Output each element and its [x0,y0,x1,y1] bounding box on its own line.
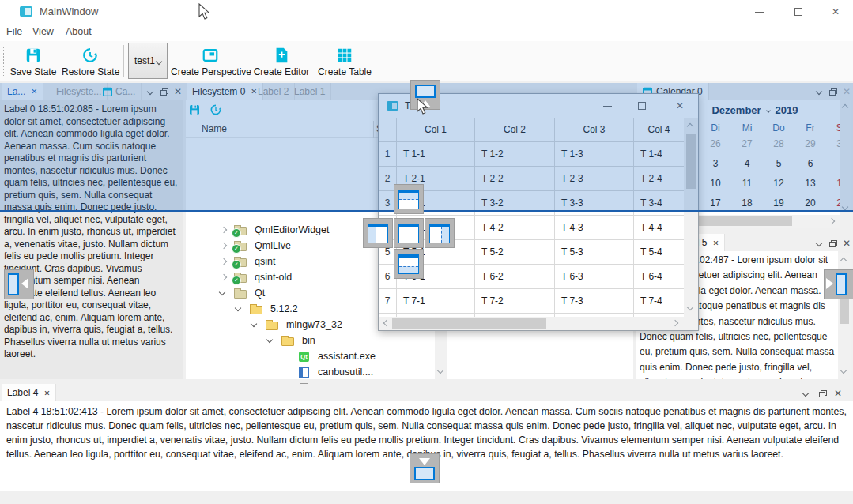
calendar-day[interactable]: 5 [763,158,794,169]
tree-row[interactable]: canbusutil.... [186,364,621,380]
column-header[interactable]: Col 4 [633,118,684,141]
dock-float-button[interactable] [158,85,171,98]
calendar-day[interactable]: 14 [826,178,840,189]
table-cell[interactable]: T 1-1 [396,142,474,166]
calendar-day[interactable]: 21 [826,197,840,209]
expand-chevron-icon[interactable] [221,258,227,265]
calendar-day[interactable]: 7 [826,158,840,169]
tab-label-1[interactable]: Label 1 [289,83,331,100]
scroll-right-icon[interactable] [828,218,835,224]
table-cell[interactable]: T 6-4 [633,265,684,288]
table-maximize-button[interactable] [632,94,652,118]
calendar-day[interactable]: 19 [763,197,794,209]
dock-menu-button[interactable] [813,85,825,98]
column-header[interactable]: Col 1 [396,118,474,141]
window-maximize-button[interactable] [785,0,812,24]
tree-row[interactable]: assistant.exe [186,348,621,364]
tree-row[interactable]: bin [186,333,621,348]
table-cell[interactable]: T 1-2 [474,142,554,166]
create-table-button[interactable]: Create Table [313,41,376,81]
column-header[interactable]: Col 2 [474,118,554,141]
calendar-day[interactable]: 10 [700,178,731,189]
tab-label-4[interactable]: Label 4 ✕ [2,384,56,401]
dock-float-button[interactable] [827,237,840,250]
table-cell[interactable]: T 2-3 [554,167,633,190]
dock-float-button[interactable] [817,387,829,400]
table-cell[interactable]: T 5-4 [633,240,684,264]
drop-indicator-split-right[interactable] [425,218,455,248]
tab-close-icon[interactable]: ✕ [31,87,37,96]
calendar-day[interactable]: 28 [763,138,794,149]
collapse-chevron-icon[interactable] [266,337,273,343]
table-cell[interactable]: T 5-3 [554,240,633,264]
expand-chevron-icon[interactable] [221,243,227,249]
table-cell[interactable]: T 3-4 [633,191,684,215]
scroll-down-icon[interactable] [687,304,693,310]
fs-save-icon[interactable] [188,103,201,116]
column-header[interactable]: Col 3 [554,118,633,141]
table-cell[interactable]: T 4-3 [554,216,633,239]
table-cell[interactable]: T 7-4 [633,289,684,313]
toolbar-drag-handle[interactable] [2,46,5,76]
row-header[interactable]: 1 [379,142,396,166]
calendar-month[interactable]: Dezember [711,104,761,116]
calendar-day[interactable]: 3 [700,158,731,169]
table-cell[interactable]: T 1-4 [633,142,684,166]
table-cell[interactable]: T 4-4 [633,216,684,239]
table-floating-window[interactable]: Table 0 ✕ Col 1 Col 2 Col 3 Col 4 1T 1-1… [378,93,699,331]
calendar-day[interactable]: 17 [700,197,731,209]
tab-label-0[interactable]: La... ✕ [2,83,43,100]
calendar-day[interactable]: 12 [763,178,794,189]
calendar-day[interactable]: 26 [700,138,731,149]
scroll-up-icon[interactable] [842,104,848,111]
calendar-vscrollbar[interactable] [840,100,851,215]
table-minimize-button[interactable] [597,94,617,118]
drop-indicator-edge-right[interactable] [824,269,853,299]
create-editor-button[interactable]: Create Editor [251,41,311,81]
calendar-day[interactable]: 13 [794,178,826,189]
table-cell[interactable]: T 6-3 [554,265,633,288]
fs-restore-icon[interactable] [209,103,222,116]
scrollbar-thumb[interactable] [686,134,696,189]
table-cell[interactable]: T 2-4 [633,167,684,190]
tab-close-icon[interactable]: ✕ [712,239,719,247]
calendar-year[interactable]: 2019 [776,104,798,116]
collapse-chevron-icon[interactable] [251,321,257,327]
calendar-day[interactable]: 27 [731,138,763,149]
table-cell[interactable]: T 7-2 [474,289,554,313]
table-cell[interactable]: T 7-3 [554,289,633,313]
column-header-name[interactable]: Name [202,123,227,134]
dock-menu-button[interactable] [144,85,157,98]
scroll-down-icon[interactable] [437,367,443,374]
calendar-day[interactable]: 18 [731,197,763,209]
drop-indicator-split-top[interactable] [394,184,424,214]
dock-menu-button[interactable] [813,237,825,250]
tab-close-icon[interactable]: ✕ [43,389,50,397]
calendar-day[interactable]: 11 [731,178,763,189]
scroll-left-icon[interactable] [383,320,390,326]
table-vscrollbar[interactable] [684,118,698,317]
scroll-up-icon[interactable] [687,123,693,130]
create-perspective-button[interactable]: Create Perspective [171,41,250,81]
table-cell[interactable]: T 2-2 [474,167,554,190]
table-cell[interactable]: T 7-1 [396,289,474,313]
dock-close-button[interactable]: ✕ [840,237,853,250]
restore-state-button[interactable]: Restore State [62,41,119,81]
drop-indicator-edge-bottom[interactable] [410,453,440,483]
collapse-chevron-icon[interactable] [235,305,241,311]
table-cell[interactable]: T 1-3 [554,142,633,166]
collapse-chevron-icon[interactable] [219,289,225,295]
table-cell[interactable]: T 3-3 [554,191,633,215]
calendar-day[interactable]: 29 [794,138,826,149]
row-header[interactable]: 7 [379,289,396,313]
calendar-day[interactable]: 6 [794,158,826,169]
drop-indicator-split-left[interactable] [363,218,393,248]
save-state-button[interactable]: Save State [8,41,59,81]
column-divider[interactable] [373,121,374,138]
perspective-combo[interactable]: test1 [128,43,168,79]
menu-file[interactable]: File [6,26,22,37]
scroll-down-icon[interactable] [840,367,847,374]
table-hscrollbar[interactable] [379,317,684,330]
drop-indicator-split-bottom[interactable] [394,249,424,279]
table-cell[interactable]: T 5-2 [474,240,554,264]
